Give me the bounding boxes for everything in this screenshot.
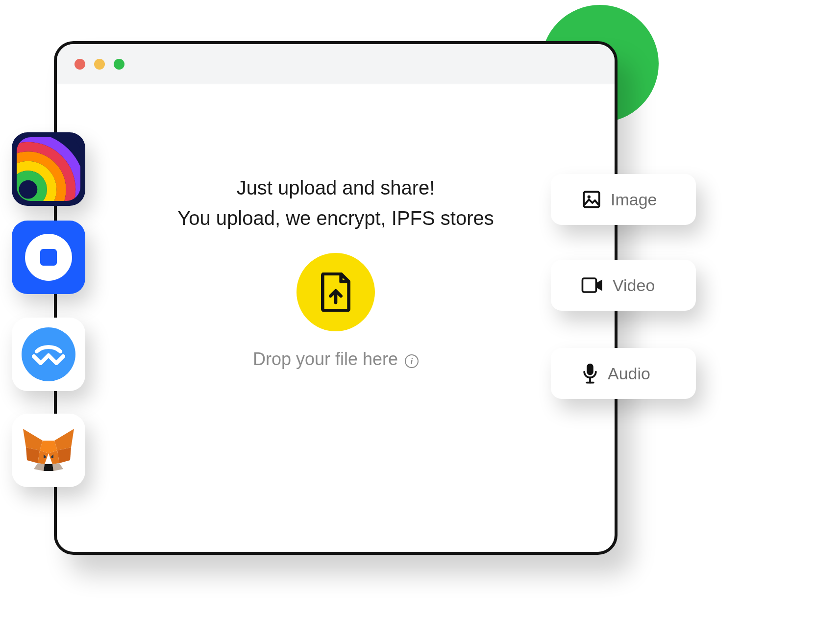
upload-file-icon — [320, 272, 352, 312]
svg-marker-7 — [23, 429, 43, 450]
svg-rect-19 — [584, 192, 599, 207]
svg-rect-22 — [587, 364, 593, 375]
wallet-rainbow[interactable] — [12, 132, 85, 206]
wallet-metamask[interactable] — [12, 414, 85, 487]
upload-button[interactable] — [296, 253, 375, 331]
coinbase-icon — [25, 234, 72, 281]
wallet-coinbase[interactable] — [12, 221, 85, 294]
image-icon — [581, 189, 602, 210]
audio-icon — [581, 363, 599, 384]
wallet-walletconnect[interactable] — [12, 318, 85, 391]
media-card-label: Audio — [608, 364, 650, 383]
info-icon[interactable]: i — [405, 354, 419, 368]
browser-window: Just upload and share! You upload, we en… — [54, 41, 618, 555]
window-body: Just upload and share! You upload, we en… — [57, 84, 615, 552]
metamask-icon — [22, 426, 75, 475]
media-card-audio[interactable]: Audio — [551, 348, 696, 399]
rainbow-icon — [17, 137, 80, 201]
window-titlebar — [57, 44, 615, 84]
svg-rect-21 — [582, 278, 596, 292]
walletconnect-icon — [22, 327, 75, 381]
svg-marker-14 — [34, 463, 45, 471]
media-card-video[interactable]: Video — [551, 260, 696, 311]
svg-marker-8 — [54, 429, 74, 450]
drop-hint-text: Drop your file here — [253, 349, 398, 370]
video-icon — [581, 276, 604, 294]
svg-point-20 — [588, 196, 591, 198]
svg-marker-16 — [44, 464, 53, 471]
drop-hint: Drop your file here i — [253, 349, 419, 370]
window-maximize-button[interactable] — [114, 59, 124, 70]
headline: Just upload and share! You upload, we en… — [177, 173, 494, 233]
media-card-label: Video — [613, 276, 655, 295]
headline-line-1: Just upload and share! — [177, 173, 494, 203]
window-close-button[interactable] — [74, 59, 85, 70]
headline-line-2: You upload, we encrypt, IPFS stores — [177, 203, 494, 233]
svg-marker-15 — [52, 463, 63, 471]
window-minimize-button[interactable] — [94, 59, 105, 70]
media-card-image[interactable]: Image — [551, 174, 696, 225]
media-card-label: Image — [611, 190, 657, 209]
